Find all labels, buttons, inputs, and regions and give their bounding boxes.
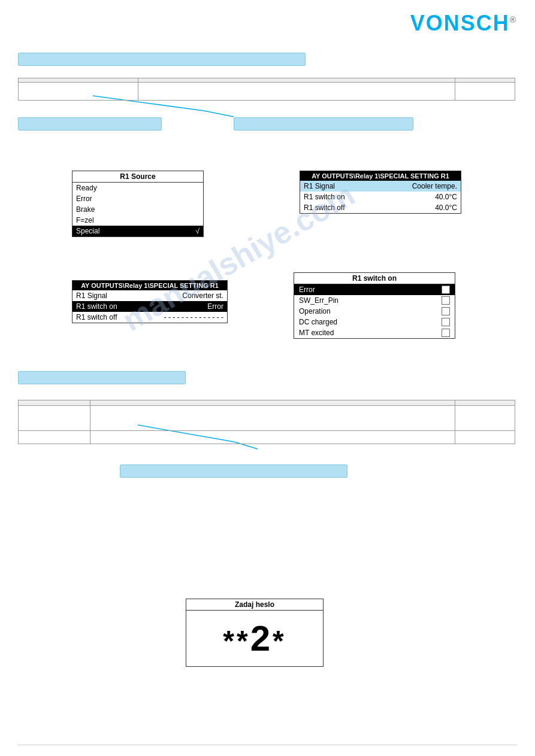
- ay-setting-top-signal[interactable]: R1 Signal Cooler tempe.: [300, 181, 461, 192]
- ay-left-switch-off-label: R1 switch off: [76, 313, 117, 321]
- r1-special-label: Special: [76, 227, 99, 235]
- r1-operation-checkbox: [442, 307, 450, 315]
- password-box: Zadaj heslo **2*: [186, 599, 324, 667]
- ay-left-switch-on-value: Error: [207, 302, 223, 311]
- r1-switch-on-operation[interactable]: Operation: [294, 306, 455, 317]
- logo: VONSCH®: [410, 11, 517, 36]
- second-table-row1-cell3: [455, 406, 515, 431]
- top-table-header-1: [19, 78, 138, 83]
- r1-switch-on-sw-err-pin[interactable]: SW_Err_Pin: [294, 295, 455, 306]
- ay-setting-left-title: AY OUTPUTS\Relay 1\SPECIAL SETTING R1: [72, 281, 227, 290]
- password-stars-before: **: [223, 625, 250, 657]
- r1-switch-on-mt-excited[interactable]: MT excited: [294, 327, 455, 338]
- second-table-row2-cell2: [90, 431, 455, 444]
- r1-ready-label: Ready: [76, 184, 97, 192]
- password-title: Zadaj heslo: [186, 599, 323, 611]
- second-table-row1-cell2: [90, 406, 455, 431]
- ay-setting-left-signal[interactable]: R1 Signal Converter st.: [72, 290, 227, 301]
- r1-sw-err-pin-checkbox: [442, 296, 450, 305]
- blue-label-box-2: [234, 117, 413, 130]
- logo-brand: VONSCH: [410, 11, 510, 35]
- ay-setting-left-switch-on[interactable]: R1 switch on Error: [72, 301, 227, 312]
- ay-setting-top-title: AY OUTPUTS\Relay 1\SPECIAL SETTING R1: [300, 171, 461, 181]
- second-table-row1-cell1: [19, 406, 90, 431]
- password-stars-after: *: [273, 625, 286, 657]
- r1-mt-excited-label: MT excited: [299, 329, 334, 337]
- password-content[interactable]: **2*: [186, 611, 323, 666]
- ay-setting-top-switch-off[interactable]: R1 switch off 40.0°C: [300, 202, 461, 213]
- ay-left-signal-value: Converter st.: [182, 292, 223, 300]
- ay-top-switch-on-value: 40.0°C: [435, 193, 457, 201]
- r1-source-item-special[interactable]: Special √: [72, 226, 203, 236]
- r1-switch-on-dc-charged[interactable]: DC charged: [294, 317, 455, 327]
- r1-source-item-fzel[interactable]: F=zel: [72, 215, 203, 226]
- ay-setting-left-switch-off[interactable]: R1 switch off - - - - - - - - - - - - - …: [72, 312, 227, 323]
- bottom-line: [18, 745, 517, 745]
- r1-error-checkbox: √: [442, 286, 450, 294]
- ay-top-signal-label: R1 Signal: [304, 182, 335, 190]
- second-table-row2-cell3: [455, 431, 515, 444]
- top-table-cell-1: [19, 83, 138, 101]
- r1-dc-charged-label: DC charged: [299, 318, 337, 326]
- ay-setting-box-top: AY OUTPUTS\Relay 1\SPECIAL SETTING R1 R1…: [300, 171, 461, 214]
- r1-switch-on-box: R1 switch on Error √ SW_Err_Pin Operatio…: [294, 272, 455, 339]
- blue-label-box2: [120, 464, 347, 478]
- ay-setting-top-switch-on[interactable]: R1 switch on 40.0°C: [300, 192, 461, 202]
- r1-error-item-label: Error: [299, 286, 315, 294]
- logo-text: VONSCH®: [410, 11, 517, 36]
- ay-top-switch-off-value: 40.0°C: [435, 204, 457, 212]
- ay-left-switch-on-label: R1 switch on: [76, 302, 117, 311]
- second-table-header-3: [455, 400, 515, 406]
- r1-source-item-brake[interactable]: Brake: [72, 204, 203, 215]
- second-table-header-1: [19, 400, 90, 406]
- r1-special-check: √: [195, 227, 200, 235]
- r1-source-box: R1 Source Ready Error Brake F=zel Specia…: [72, 171, 204, 237]
- ay-top-signal-value: Cooler tempe.: [412, 182, 457, 190]
- logo-reg: ®: [510, 15, 517, 25]
- r1-error-label: Error: [76, 195, 92, 203]
- r1-brake-label: Brake: [76, 205, 95, 214]
- second-table-row2-cell1: [19, 431, 90, 444]
- top-table-header-2: [138, 78, 455, 83]
- r1-dc-charged-checkbox: [442, 318, 450, 326]
- second-table: [18, 400, 515, 444]
- r1-operation-label: Operation: [299, 307, 331, 315]
- top-table-cell-2: [138, 83, 455, 101]
- top-blue-bar: [18, 53, 306, 66]
- password-digit: 2: [250, 618, 273, 658]
- ay-setting-box-left: AY OUTPUTS\Relay 1\SPECIAL SETTING R1 R1…: [72, 280, 228, 323]
- r1-source-item-ready[interactable]: Ready: [72, 183, 203, 193]
- r1-switch-on-error[interactable]: Error √: [294, 284, 455, 295]
- r1-switch-on-title: R1 switch on: [294, 273, 455, 284]
- r1-sw-err-pin-label: SW_Err_Pin: [299, 296, 338, 305]
- second-table-header-2: [90, 400, 455, 406]
- r1-fzel-label: F=zel: [76, 216, 94, 224]
- r1-source-title: R1 Source: [72, 171, 203, 183]
- top-table-cell-3: [455, 83, 515, 101]
- r1-source-item-error[interactable]: Error: [72, 193, 203, 204]
- top-table-header-3: [455, 78, 515, 83]
- ay-left-signal-label: R1 Signal: [76, 292, 107, 300]
- ay-top-switch-on-label: R1 switch on: [304, 193, 345, 201]
- blue-label-box-1: [18, 117, 162, 130]
- ay-left-switch-off-value: - - - - - - - - - - - - - -: [164, 313, 223, 321]
- r1-mt-excited-checkbox: [442, 329, 450, 337]
- ay-top-switch-off-label: R1 switch off: [304, 204, 344, 212]
- svg-line-1: [204, 111, 234, 117]
- top-table: [18, 78, 515, 101]
- second-blue-bar: [18, 371, 186, 384]
